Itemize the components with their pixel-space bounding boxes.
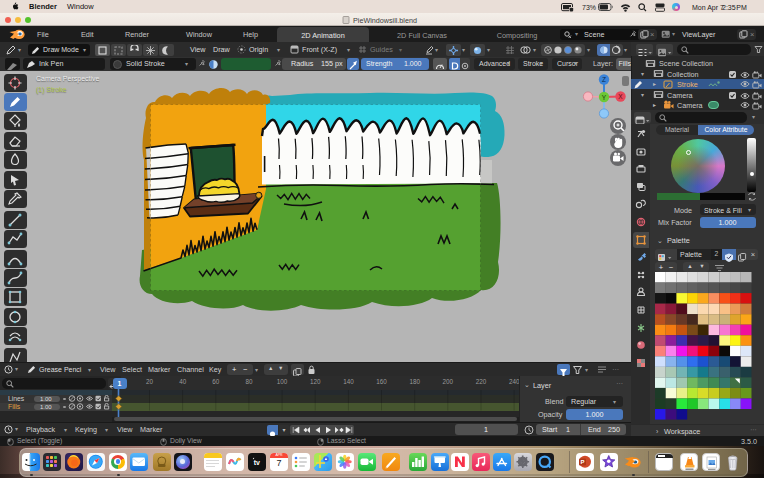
svg-text:P: P <box>581 459 585 465</box>
svg-text:tv: tv <box>254 459 260 466</box>
svg-text:Z: Z <box>602 76 606 83</box>
svg-text:Y: Y <box>602 94 607 101</box>
svg-text:X: X <box>618 93 623 100</box>
